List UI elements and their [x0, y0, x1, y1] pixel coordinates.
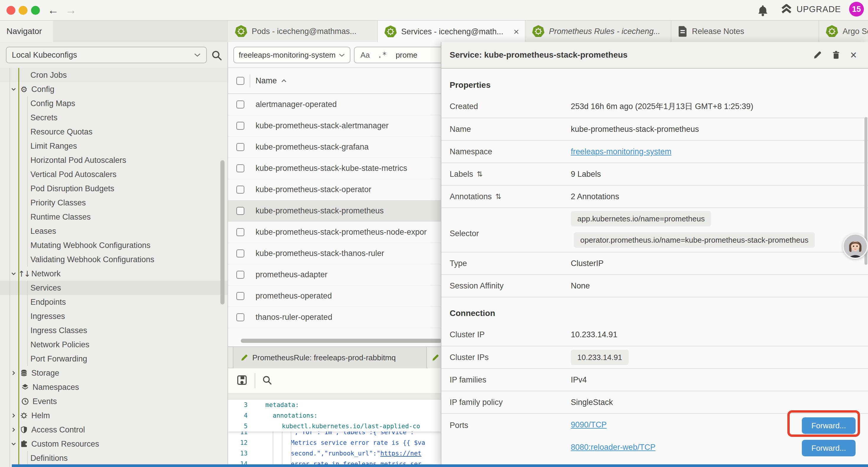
ip-family-policy-value: SingleStack [571, 398, 613, 407]
sidebar-group-storage[interactable]: Storage [0, 366, 227, 380]
close-icon[interactable]: × [850, 51, 857, 59]
row-checkbox[interactable] [236, 271, 244, 279]
name-filter-input[interactable]: Aa .* prome [354, 47, 441, 63]
sidebar-item-priority-classes[interactable]: Priority Classes [0, 196, 227, 210]
sidebar-scrollbar[interactable] [220, 160, 224, 304]
network-arrows-icon: ↑↓ [19, 269, 29, 279]
tab-release-notes[interactable]: Release Notes [671, 21, 819, 42]
horizontal-scrollbar[interactable] [241, 339, 441, 343]
namespace-link[interactable]: freeleaps-monitoring-system [571, 147, 672, 156]
table-row[interactable]: alertmanager-operated [228, 94, 441, 115]
back-arrow-icon[interactable]: ← [47, 4, 60, 17]
pencil-icon [241, 354, 248, 361]
chevron-down-icon [11, 271, 17, 276]
table-row[interactable]: kube-prometheus-stack-thanos-ruler [228, 243, 441, 264]
row-checkbox[interactable] [236, 228, 244, 236]
sidebar-group-config[interactable]: ⚙ Config [0, 82, 227, 96]
sidebar-item-config-maps[interactable]: Config Maps [0, 96, 227, 111]
regex-toggle[interactable]: .* [378, 51, 387, 59]
window-close-button[interactable] [6, 6, 16, 15]
sidebar-item-secrets[interactable]: Secrets [0, 111, 227, 125]
sidebar-item-runtime-classes[interactable]: Runtime Classes [0, 210, 227, 224]
expand-sort-icon[interactable]: ⇅ [495, 193, 501, 201]
tab-label: Release Notes [692, 27, 744, 36]
save-icon[interactable] [236, 375, 248, 387]
row-checkbox[interactable] [236, 292, 244, 300]
select-all-checkbox[interactable] [236, 77, 244, 85]
name-column-header[interactable]: Name [255, 76, 287, 85]
assistant-avatar[interactable] [843, 233, 868, 259]
port-link-9090[interactable]: 9090/TCP [571, 420, 607, 430]
sidebar-item-services[interactable]: Services [0, 281, 227, 295]
editor-tab-partial[interactable] [428, 347, 441, 368]
row-checkbox[interactable] [236, 143, 244, 151]
forward-button-8080[interactable]: Forward... [802, 440, 856, 456]
upgrade-button[interactable]: UPGRADE [780, 4, 841, 14]
table-row[interactable]: prometheus-operated [228, 286, 441, 307]
table-row[interactable]: prometheus-adapter [228, 264, 441, 286]
sidebar-item-vertical-pod-autoscalers[interactable]: Vertical Pod Autoscalers [0, 167, 227, 181]
row-checkbox[interactable] [236, 164, 244, 172]
tab-services[interactable]: Services - icecheng@math... × [378, 21, 525, 42]
sidebar-item-leases[interactable]: Leases [0, 224, 227, 238]
sidebar-item-resource-quotas[interactable]: Resource Quotas [0, 125, 227, 139]
sidebar-item-cron-jobs[interactable]: Cron Jobs [0, 68, 227, 82]
sidebar-item-port-forwarding[interactable]: Port Forwarding [0, 352, 227, 366]
sidebar-item-network-policies[interactable]: Network Policies [0, 338, 227, 352]
sidebar-item-ingress-classes[interactable]: Ingress Classes [0, 323, 227, 338]
edit-pencil-icon[interactable] [813, 51, 822, 59]
row-checkbox[interactable] [236, 207, 244, 215]
table-row[interactable]: thanos-ruler-operated [228, 307, 441, 328]
table-row[interactable]: kube-prometheus-stack-prometheus-node-ex… [228, 222, 441, 243]
tab-close-icon[interactable]: × [514, 26, 519, 37]
namespace-selector[interactable]: freeleaps-monitoring-system [234, 47, 350, 63]
tab-prometheus-rules[interactable]: Prometheus Rules - icecheng... [525, 21, 671, 42]
tree-guide-line [27, 281, 28, 366]
notifications-bell-icon[interactable] [757, 4, 769, 18]
sidebar-item-limit-ranges[interactable]: Limit Ranges [0, 139, 227, 153]
expand-sort-icon[interactable]: ⇅ [477, 170, 483, 178]
table-row-selected[interactable]: kube-prometheus-stack-prometheus [228, 200, 441, 222]
sidebar-item-pod-disruption-budgets[interactable]: Pod Disruption Budgets [0, 181, 227, 196]
editor-search-icon[interactable] [262, 375, 272, 387]
sidebar-group-network[interactable]: ↑↓ Network [0, 267, 227, 281]
table-row[interactable]: kube-prometheus-stack-grafana [228, 137, 441, 158]
code-url-link[interactable]: https://net [380, 450, 421, 457]
bottom-accent-bar [12, 464, 868, 467]
tab-argo[interactable]: Argo Se [819, 21, 868, 42]
window-minimize-button[interactable] [19, 6, 28, 15]
editor-tab-prometheusrule[interactable]: PrometheusRule: freeleaps-prod-rabbitmq [233, 347, 427, 368]
match-case-toggle[interactable]: Aa [361, 51, 370, 60]
tab-navigator[interactable]: Navigator [0, 21, 53, 42]
tab-pods[interactable]: Pods - icecheng@mathmas... [228, 21, 378, 42]
row-checkbox[interactable] [236, 100, 244, 109]
sidebar-item-namespaces[interactable]: Namespaces [0, 380, 227, 394]
row-checkbox[interactable] [236, 122, 244, 130]
forward-arrow-icon[interactable]: → [64, 4, 78, 17]
type-row: Type ClusterIP [441, 252, 868, 274]
row-checkbox[interactable] [236, 250, 244, 258]
sidebar-item-definitions[interactable]: Definitions [0, 451, 227, 465]
table-row[interactable]: kube-prometheus-stack-operator [228, 179, 441, 200]
sidebar-item-horizontal-pod-autoscalers[interactable]: Horizontal Pod Autoscalers [0, 153, 227, 167]
search-icon[interactable] [211, 50, 222, 62]
sidebar-group-access-control[interactable]: Access Control [0, 423, 227, 437]
sidebar-item-validating-webhook-configurations[interactable]: Validating Webhook Configurations [0, 253, 227, 267]
kubeconfig-selector[interactable]: Local Kubeconfigs [6, 47, 207, 63]
code-line: metadata: [265, 400, 299, 410]
table-row[interactable]: kube-prometheus-stack-kube-state-metrics [228, 158, 441, 179]
sidebar-item-endpoints[interactable]: Endpoints [0, 295, 227, 309]
window-zoom-button[interactable] [31, 6, 40, 15]
row-checkbox[interactable] [236, 313, 244, 321]
row-checkbox[interactable] [236, 185, 244, 194]
sidebar-item-events[interactable]: Events [0, 394, 227, 408]
sidebar-item-ingresses[interactable]: Ingresses [0, 309, 227, 323]
yaml-editor[interactable]: 3metadata: 4annotations: 5kubectl.kubern… [228, 400, 441, 467]
table-row[interactable]: kube-prometheus-stack-alertmanager [228, 115, 441, 137]
sidebar-group-helm[interactable]: Helm [0, 408, 227, 423]
delete-trash-icon[interactable] [832, 50, 840, 60]
sidebar-item-mutating-webhook-configurations[interactable]: Mutating Webhook Configurations [0, 238, 227, 253]
port-link-8080[interactable]: 8080:reloader-web/TCP [571, 443, 656, 452]
notification-count-badge[interactable]: 15 [849, 2, 864, 17]
sidebar-group-custom-resources[interactable]: Custom Resources [0, 437, 227, 451]
